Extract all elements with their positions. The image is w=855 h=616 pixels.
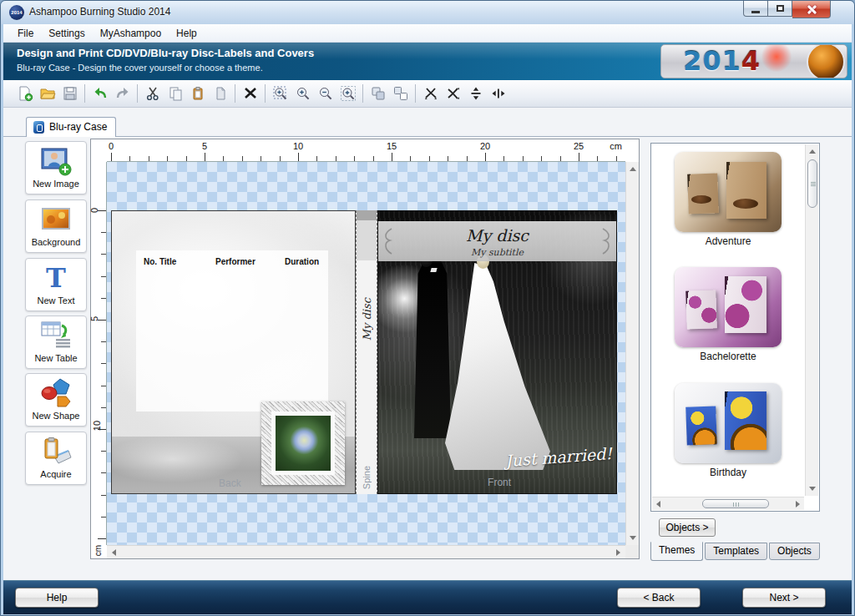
scroll-down-icon[interactable] <box>630 536 636 540</box>
zoom-out-button[interactable] <box>314 83 336 104</box>
banner-title: Design and Print CD/DVD/Blu-ray Disc-Lab… <box>17 47 314 59</box>
logo-2014: 2014 <box>660 44 847 78</box>
canvas-vertical-scrollbar[interactable] <box>625 162 639 545</box>
themes-panel: Adventure Bachelorette Birthday <box>650 143 820 512</box>
themes-scroll-left-icon[interactable] <box>656 501 660 507</box>
themes-scroll-up-icon[interactable] <box>809 149 816 154</box>
header-banner: Design and Print CD/DVD/Blu-ray Disc-Lab… <box>3 43 852 80</box>
canvas-area: 0 5 10 15 20 25 cm 0 5 10 No. Title <box>90 139 640 559</box>
theme-adventure[interactable] <box>675 152 782 232</box>
scroll-left-icon[interactable] <box>112 549 116 556</box>
theme-bachelorette[interactable] <box>675 267 782 347</box>
theme-birthday-label: Birthday <box>651 467 805 478</box>
themes-scroll-thumb[interactable] <box>807 159 817 208</box>
align-vertical-center-button[interactable] <box>464 83 487 104</box>
app-icon: 2014 <box>9 5 24 20</box>
scroll-up-icon[interactable] <box>630 167 636 171</box>
horizontal-ruler: 0 5 10 15 20 25 cm <box>107 139 625 162</box>
disc-title-text[interactable]: My disc <box>378 226 616 245</box>
duplicate-button[interactable] <box>209 83 231 104</box>
flip-horizontal-button[interactable] <box>419 83 442 104</box>
group-button[interactable] <box>367 83 389 104</box>
themes-horizontal-scrollbar[interactable] <box>652 497 804 510</box>
objects-button[interactable]: Objects > <box>659 518 716 537</box>
flower-image[interactable] <box>261 401 345 485</box>
copy-button[interactable] <box>164 83 186 104</box>
themes-vertical-scrollbar[interactable] <box>805 144 818 496</box>
blu-ray-icon <box>33 121 44 134</box>
menu-file[interactable]: File <box>10 26 41 41</box>
background-button[interactable]: Background <box>25 199 87 253</box>
delete-icon <box>242 85 259 102</box>
svg-text:T: T <box>46 262 66 294</box>
paste-button[interactable] <box>186 83 209 104</box>
acquire-icon <box>26 434 86 469</box>
zoom-custom-icon <box>340 85 357 102</box>
maximize-icon <box>777 5 784 12</box>
spine[interactable]: My disc Spine <box>356 210 377 494</box>
zoom-out-icon <box>317 85 334 102</box>
panel-tab-themes[interactable]: Themes <box>650 542 703 561</box>
close-button[interactable] <box>792 1 831 18</box>
canvas-horizontal-scrollbar[interactable] <box>107 545 625 558</box>
ungroup-button[interactable] <box>389 83 412 104</box>
menu-myashampoo[interactable]: MyAshampoo <box>93 26 169 41</box>
flip-vertical-button[interactable] <box>442 83 464 104</box>
disc-subtitle-text[interactable]: My subtitle <box>378 247 616 258</box>
back-button[interactable]: < Back <box>617 588 701 608</box>
cut-icon <box>144 85 161 102</box>
help-button[interactable]: Help <box>15 588 99 608</box>
new-shape-button[interactable]: New Shape <box>25 373 87 427</box>
tab-blu-ray-case[interactable]: Blu-ray Case <box>26 117 116 137</box>
align-horizontal-center-button[interactable] <box>487 83 509 104</box>
paste-icon <box>190 85 206 102</box>
cut-button[interactable] <box>141 83 164 104</box>
design-canvas[interactable]: No. Title Performer Duration Back My dis… <box>107 162 625 545</box>
theme-birthday[interactable] <box>675 383 782 463</box>
front-cover[interactable]: My disc My subtitle Just married! Front <box>377 210 617 494</box>
themes-hscroll-thumb[interactable] <box>702 499 769 508</box>
track-table[interactable]: No. Title Performer Duration <box>136 250 328 412</box>
bride-dress <box>445 263 550 470</box>
toolbar <box>3 80 852 108</box>
zoom-in-button[interactable] <box>291 83 314 104</box>
themes-scroll-down-icon[interactable] <box>809 487 816 491</box>
panel-tab-objects[interactable]: Objects <box>769 543 820 560</box>
groom-silhouette <box>408 261 457 438</box>
panel-tab-templates[interactable]: Templates <box>705 543 767 560</box>
cover-spread: No. Title Performer Duration Back My dis… <box>111 210 617 494</box>
save-button[interactable] <box>58 83 81 104</box>
zoom-custom-button[interactable] <box>336 83 359 104</box>
delete-button[interactable] <box>239 83 261 104</box>
open-folder-button[interactable] <box>36 83 58 104</box>
burning-disc-photo <box>807 44 845 78</box>
scroll-right-icon[interactable] <box>616 549 620 556</box>
undo-button[interactable] <box>89 83 111 104</box>
new-table-icon <box>26 318 86 353</box>
new-document-button[interactable] <box>13 83 36 104</box>
back-cover[interactable]: No. Title Performer Duration Back <box>111 210 356 494</box>
group-icon <box>370 85 387 102</box>
next-button[interactable]: Next > <box>742 588 826 608</box>
tab-label: Blu-ray Case <box>49 121 107 137</box>
themes-scroll-right-icon[interactable] <box>796 501 800 507</box>
zoom-selection-icon <box>272 85 289 102</box>
new-table-button[interactable]: New Table <box>25 316 87 369</box>
acquire-button[interactable]: Acquire <box>25 432 87 485</box>
new-text-button[interactable]: T New Text <box>25 258 87 311</box>
menu-help[interactable]: Help <box>169 26 205 41</box>
close-icon <box>807 4 817 14</box>
maximize-button[interactable] <box>768 1 792 17</box>
zoom-selection-button[interactable] <box>269 83 291 104</box>
redo-button[interactable] <box>111 83 134 104</box>
save-icon <box>62 85 78 102</box>
minimize-button[interactable] <box>743 1 768 17</box>
new-document-icon <box>17 85 33 102</box>
menu-settings[interactable]: Settings <box>41 26 92 41</box>
app-window: 2014 Ashampoo Burning Studio 2014 File S… <box>0 0 855 616</box>
spine-title-text[interactable]: My disc <box>361 298 373 341</box>
title-bar[interactable]: 2014 Ashampoo Burning Studio 2014 <box>1 1 854 24</box>
new-image-button[interactable]: New Image <box>25 141 87 194</box>
title-band[interactable]: My disc My subtitle <box>378 221 616 261</box>
ruler-unit-corner: cm <box>91 545 107 558</box>
